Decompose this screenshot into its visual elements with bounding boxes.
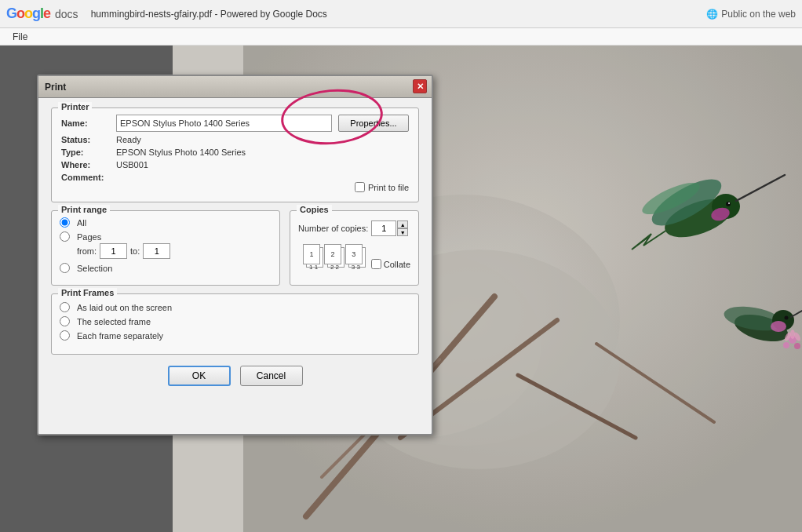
- all-radio-label: All: [77, 218, 86, 228]
- frame-option3-radio[interactable]: [60, 330, 70, 341]
- print-range-label: Print range: [58, 205, 110, 214]
- copies-down-btn[interactable]: ▼: [397, 228, 408, 236]
- dialog-buttons: OK Cancel: [51, 366, 419, 386]
- print-to-file-checkbox[interactable]: [355, 182, 365, 192]
- public-text: Public on the web: [721, 9, 796, 20]
- frame-option2-label: The selected frame: [77, 317, 151, 326]
- selection-radio-row: Selection: [60, 263, 272, 273]
- properties-button[interactable]: Properties...: [338, 115, 409, 132]
- dialog-titlebar: Print ✕: [38, 76, 432, 98]
- type-label: Type:: [61, 148, 116, 157]
- frame-option1-radio[interactable]: [60, 302, 70, 312]
- selection-radio[interactable]: [60, 263, 70, 273]
- page-icon-1: 1 1 1: [301, 242, 321, 269]
- where-row: Where: USB001: [61, 160, 409, 169]
- printer-name-input[interactable]: [116, 115, 332, 132]
- browser-top-bar: Google docs hummingbird-nests-gfairy.pdf…: [0, 0, 802, 28]
- pages-radio-row: Pages: [60, 231, 272, 242]
- collate-row: Collate: [371, 259, 410, 269]
- print-range-section: Print range All Pages from:: [51, 210, 280, 286]
- name-label: Name:: [61, 118, 116, 128]
- frame-option1-label: As laid out on the screen: [77, 303, 172, 312]
- type-value: EPSON Stylus Photo 1400 Series: [116, 148, 246, 157]
- main-content: Print ✕ Printer Name: Properties... Stat…: [0, 46, 802, 532]
- dialog-title-text: Print: [45, 82, 66, 93]
- doc-title: hummingbird-nests-gfairy.pdf - Powered b…: [91, 9, 327, 20]
- frame-option2-row: The selected frame: [60, 316, 410, 326]
- to-label: to:: [130, 246, 140, 256]
- where-label: Where:: [61, 160, 116, 169]
- all-radio[interactable]: [60, 217, 70, 228]
- copies-spinner: ▲ ▼: [397, 220, 408, 236]
- cancel-button[interactable]: Cancel: [240, 366, 303, 386]
- status-label: Status:: [61, 135, 116, 144]
- comment-row: Comment:: [61, 173, 409, 182]
- all-radio-row: All: [60, 217, 272, 228]
- public-badge: 🌐 Public on the web: [706, 9, 796, 20]
- menu-file[interactable]: File: [6, 30, 34, 44]
- page-icons: 1 1 1 2 2 2 3 3 3: [301, 242, 410, 269]
- frame-option2-radio[interactable]: [60, 316, 70, 326]
- collate-label: Collate: [384, 260, 410, 269]
- collate-checkbox[interactable]: [371, 259, 381, 269]
- type-row: Type: EPSON Stylus Photo 1400 Series: [61, 148, 409, 157]
- print-frames-label: Print Frames: [58, 288, 117, 297]
- num-copies-label: Number of copies:: [298, 224, 368, 233]
- selection-radio-label: Selection: [77, 264, 112, 273]
- print-range-copies-row: Print range All Pages from:: [51, 210, 419, 286]
- menu-bar: File: [0, 28, 802, 46]
- page-icon-3: 3 3 3: [344, 242, 363, 269]
- where-value: USB001: [116, 160, 148, 169]
- copies-up-btn[interactable]: ▲: [397, 220, 408, 228]
- frame-option3-row: Each frame separately: [60, 330, 410, 341]
- frame-option1-row: As laid out on the screen: [60, 302, 410, 312]
- printer-section-label: Printer: [58, 102, 92, 111]
- page-icon-2: 2 2 2: [323, 242, 342, 269]
- print-frames-section: Print Frames As laid out on the screen T…: [51, 293, 419, 355]
- print-to-file-row: Print to file: [61, 182, 409, 192]
- print-dialog: Print ✕ Printer Name: Properties... Stat…: [37, 75, 433, 435]
- globe-icon: 🌐: [706, 9, 718, 20]
- copies-label: Copies: [297, 205, 332, 214]
- frame-option3-label: Each frame separately: [77, 331, 163, 341]
- docs-label: docs: [55, 8, 78, 20]
- pages-radio[interactable]: [60, 231, 70, 242]
- copies-section: Copies Number of copies: ▲ ▼: [290, 210, 419, 286]
- printer-name-row: Name: Properties...: [61, 115, 409, 132]
- to-input[interactable]: [143, 243, 170, 259]
- google-logo: Google: [6, 5, 50, 22]
- from-input[interactable]: [100, 243, 127, 259]
- comment-label: Comment:: [61, 173, 116, 182]
- ok-button[interactable]: OK: [168, 366, 231, 386]
- status-row: Status: Ready: [61, 135, 409, 144]
- dialog-close-button[interactable]: ✕: [413, 79, 427, 93]
- pages-radio-label: Pages: [77, 232, 101, 242]
- num-copies-row: Number of copies: ▲ ▼: [298, 220, 410, 236]
- from-label: from:: [77, 246, 97, 256]
- pages-range-row: from: to:: [77, 243, 272, 259]
- printer-section: Printer Name: Properties... Status: Read…: [51, 107, 419, 202]
- print-to-file-label: Print to file: [368, 183, 409, 192]
- num-copies-input[interactable]: [371, 220, 396, 236]
- status-value: Ready: [116, 135, 141, 144]
- dialog-body: Printer Name: Properties... Status: Read…: [38, 98, 432, 395]
